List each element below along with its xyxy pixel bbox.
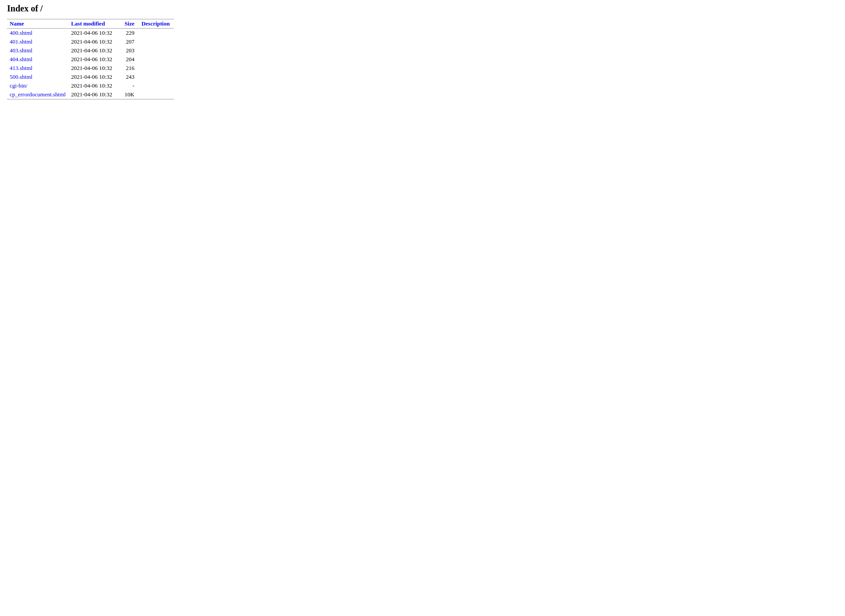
file-modified-cell: 2021-04-06 10:32 — [68, 64, 121, 73]
file-modified-cell: 2021-04-06 10:32 — [68, 55, 121, 64]
file-modified-cell: 2021-04-06 10:32 — [68, 90, 121, 99]
file-modified-cell: 2021-04-06 10:32 — [68, 37, 121, 46]
file-size-cell: 204 — [121, 55, 139, 64]
name-sort-link[interactable]: Name — [10, 20, 24, 27]
modified-sort-link[interactable]: Last modified — [71, 20, 105, 27]
file-size-cell: 203 — [121, 46, 139, 55]
file-name-cell: 403.shtml — [7, 46, 68, 55]
description-sort-link[interactable]: Description — [141, 20, 169, 27]
file-modified-cell: 2021-04-06 10:32 — [68, 29, 121, 38]
column-header-name[interactable]: Name — [7, 19, 68, 29]
file-link[interactable]: 413.shtml — [10, 65, 33, 71]
file-description-cell — [139, 90, 174, 99]
file-link[interactable]: 500.shtml — [10, 73, 33, 80]
file-link[interactable]: 400.shtml — [10, 29, 33, 36]
file-description-cell — [139, 55, 174, 64]
table-row: 400.shtml2021-04-06 10:32229 — [7, 29, 174, 38]
column-header-size[interactable]: Size — [121, 19, 139, 29]
file-description-cell — [139, 37, 174, 46]
file-listing-table: Name Last modified Size Description 400.… — [7, 19, 174, 99]
file-name-cell: cgi-bin/ — [7, 81, 68, 90]
file-description-cell — [139, 29, 174, 38]
file-name-cell: 413.shtml — [7, 64, 68, 73]
file-link[interactable]: 401.shtml — [10, 38, 33, 45]
file-link[interactable]: cp_errordocument.shtml — [10, 91, 66, 98]
file-name-cell: 401.shtml — [7, 37, 68, 46]
column-header-description[interactable]: Description — [139, 19, 174, 29]
file-link[interactable]: 403.shtml — [10, 47, 33, 54]
table-row: 404.shtml2021-04-06 10:32204 — [7, 55, 174, 64]
table-row: cp_errordocument.shtml2021-04-06 10:3210… — [7, 90, 174, 99]
file-modified-cell: 2021-04-06 10:32 — [68, 73, 121, 81]
column-header-modified[interactable]: Last modified — [68, 19, 121, 29]
table-row: 403.shtml2021-04-06 10:32203 — [7, 46, 174, 55]
file-name-cell: 400.shtml — [7, 29, 68, 38]
page-title: Index of / — [7, 4, 838, 14]
table-header-row: Name Last modified Size Description — [7, 19, 174, 29]
table-row: 401.shtml2021-04-06 10:32207 — [7, 37, 174, 46]
file-modified-cell: 2021-04-06 10:32 — [68, 46, 121, 55]
file-size-cell: 243 — [121, 73, 139, 81]
table-row: cgi-bin/2021-04-06 10:32- — [7, 81, 174, 90]
table-row: 500.shtml2021-04-06 10:32243 — [7, 73, 174, 81]
file-description-cell — [139, 73, 174, 81]
table-row: 413.shtml2021-04-06 10:32216 — [7, 64, 174, 73]
file-description-cell — [139, 81, 174, 90]
file-name-cell: 500.shtml — [7, 73, 68, 81]
file-size-cell: 207 — [121, 37, 139, 46]
file-size-cell: 216 — [121, 64, 139, 73]
file-description-cell — [139, 46, 174, 55]
file-name-cell: 404.shtml — [7, 55, 68, 64]
file-description-cell — [139, 64, 174, 73]
file-name-cell: cp_errordocument.shtml — [7, 90, 68, 99]
file-size-cell: - — [121, 81, 139, 90]
file-size-cell: 10K — [121, 90, 139, 99]
file-modified-cell: 2021-04-06 10:32 — [68, 81, 121, 90]
file-link[interactable]: cgi-bin/ — [10, 82, 27, 89]
file-size-cell: 229 — [121, 29, 139, 38]
file-link[interactable]: 404.shtml — [10, 56, 33, 62]
size-sort-link[interactable]: Size — [125, 20, 134, 27]
